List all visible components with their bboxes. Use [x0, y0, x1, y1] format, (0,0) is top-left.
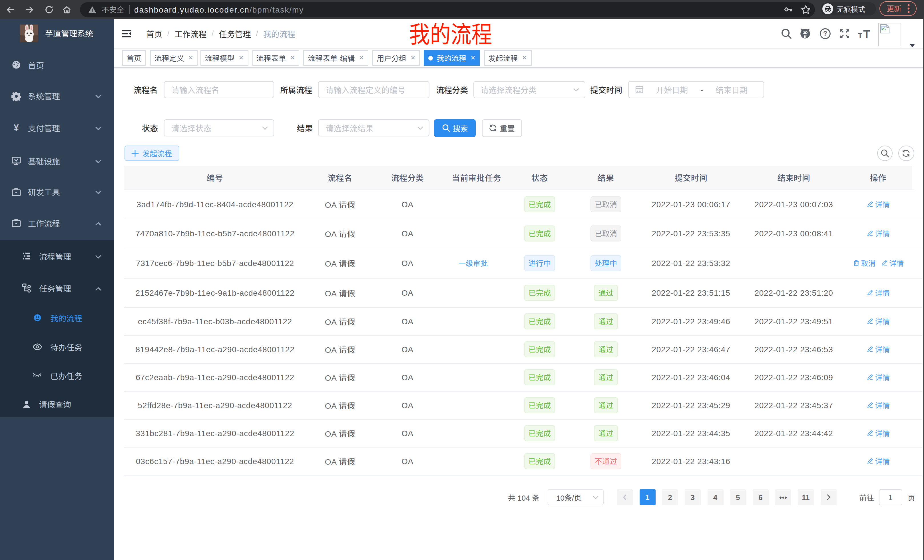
svg-text:?: ? [823, 30, 827, 37]
